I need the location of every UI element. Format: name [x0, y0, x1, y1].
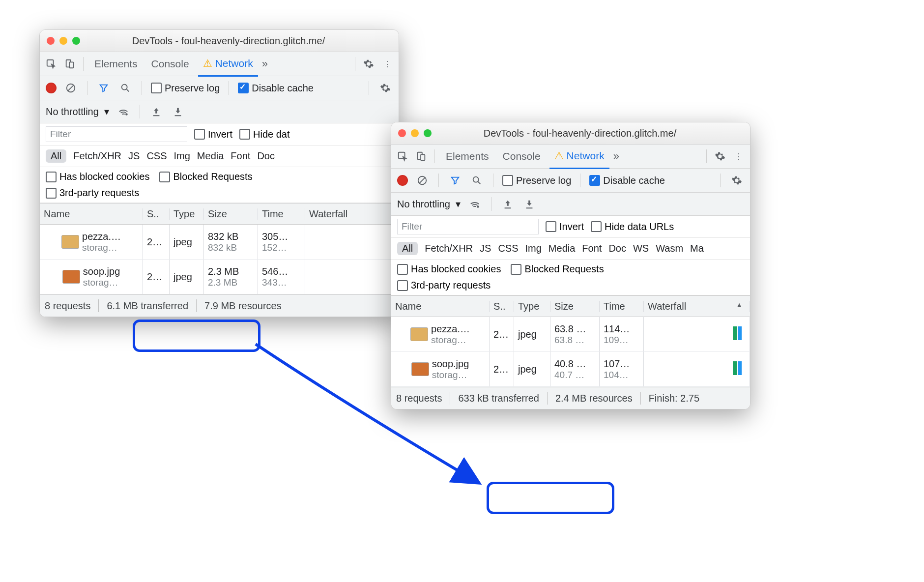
- col-waterfall[interactable]: Waterfall▲: [644, 301, 750, 312]
- filter-input[interactable]: Filter: [397, 219, 539, 234]
- col-time[interactable]: Time: [258, 208, 305, 220]
- tab-console[interactable]: Console: [498, 145, 546, 168]
- tab-network[interactable]: ⚠Network: [549, 144, 609, 169]
- filter-type-js[interactable]: JS: [480, 243, 491, 254]
- filter-type-all[interactable]: All: [397, 242, 418, 255]
- filter-type-font[interactable]: Font: [582, 243, 602, 254]
- upload-har-icon[interactable]: [149, 104, 164, 119]
- download-har-icon[interactable]: [171, 104, 185, 119]
- thumbnail-icon: [410, 327, 428, 341]
- kebab-menu-icon[interactable]: ⋮: [731, 149, 746, 164]
- tab-console[interactable]: Console: [146, 52, 194, 76]
- col-type[interactable]: Type: [514, 301, 550, 312]
- filter-type-img[interactable]: Img: [174, 150, 190, 162]
- close-window-button[interactable]: [47, 37, 55, 45]
- checkbox-icon: [46, 172, 57, 182]
- table-row[interactable]: pezza.…storag… 2… jpeg 832 kB832 kB 305……: [40, 225, 399, 260]
- search-icon[interactable]: [118, 81, 133, 95]
- minimize-window-button[interactable]: [411, 129, 419, 137]
- kebab-menu-icon[interactable]: ⋮: [380, 57, 395, 71]
- filter-type-media[interactable]: Media: [549, 243, 575, 254]
- filter-type-css[interactable]: CSS: [146, 150, 167, 162]
- throttling-select[interactable]: No throttling ▾: [397, 198, 461, 210]
- disable-cache-checkbox[interactable]: Disable cache: [589, 175, 665, 186]
- network-conditions-icon[interactable]: [116, 104, 131, 119]
- filter-type-manifest[interactable]: Ma: [690, 243, 704, 254]
- close-window-button[interactable]: [398, 129, 406, 137]
- col-waterfall[interactable]: Waterfall: [305, 208, 399, 220]
- preserve-log-checkbox[interactable]: Preserve log: [151, 83, 220, 94]
- table-row[interactable]: soop.jpgstorag… 2… jpeg 2.3 MB2.3 MB 546…: [40, 260, 399, 294]
- minimize-window-button[interactable]: [59, 37, 67, 45]
- blocked-requests-checkbox[interactable]: Blocked Requests: [511, 263, 604, 275]
- blocked-requests-checkbox[interactable]: Blocked Requests: [159, 171, 252, 182]
- settings-gear-icon[interactable]: [713, 149, 727, 164]
- third-party-checkbox[interactable]: 3rd-party requests: [46, 187, 139, 199]
- zoom-window-button[interactable]: [72, 37, 80, 45]
- device-toolbar-icon[interactable]: [414, 149, 429, 164]
- col-status[interactable]: S..: [490, 301, 514, 312]
- filter-funnel-icon[interactable]: [448, 173, 462, 188]
- invert-checkbox[interactable]: Invert: [546, 221, 584, 233]
- separator: [438, 174, 439, 187]
- download-har-icon[interactable]: [522, 197, 537, 211]
- filter-type-fetch[interactable]: Fetch/XHR: [425, 243, 473, 254]
- hide-data-urls-checkbox[interactable]: Hide dat: [239, 129, 290, 140]
- col-name[interactable]: Name: [391, 301, 490, 312]
- col-name[interactable]: Name: [40, 208, 143, 220]
- col-time[interactable]: Time: [600, 301, 644, 312]
- disable-cache-checkbox[interactable]: Disable cache: [238, 83, 314, 94]
- inspect-element-icon[interactable]: [395, 149, 410, 164]
- col-status[interactable]: S..: [143, 208, 170, 220]
- search-icon[interactable]: [469, 173, 484, 188]
- filter-type-wasm[interactable]: Wasm: [656, 243, 683, 254]
- record-button[interactable]: [397, 175, 408, 186]
- filter-funnel-icon[interactable]: [96, 81, 111, 95]
- upload-har-icon[interactable]: [500, 197, 515, 211]
- filter-type-ws[interactable]: WS: [633, 243, 649, 254]
- clear-icon[interactable]: [415, 173, 430, 188]
- col-size[interactable]: Size: [204, 208, 258, 220]
- filter-type-fetch[interactable]: Fetch/XHR: [73, 150, 121, 162]
- clear-icon[interactable]: [63, 81, 78, 95]
- filter-type-doc[interactable]: Doc: [257, 150, 275, 162]
- more-tabs-chevron-icon[interactable]: »: [613, 150, 619, 163]
- filter-input[interactable]: Filter: [46, 126, 187, 142]
- invert-label: Invert: [208, 129, 232, 140]
- invert-checkbox[interactable]: Invert: [194, 129, 232, 140]
- filter-type-img[interactable]: Img: [525, 243, 542, 254]
- svg-line-14: [478, 182, 481, 184]
- svg-line-4: [68, 85, 74, 91]
- record-button[interactable]: [46, 83, 57, 93]
- request-time: 114…: [604, 323, 639, 335]
- table-row[interactable]: soop.jpgstorag… 2… jpeg 40.8 …40.7 … 107…: [391, 352, 750, 387]
- filter-type-media[interactable]: Media: [197, 150, 224, 162]
- tab-elements[interactable]: Elements: [441, 145, 494, 168]
- zoom-window-button[interactable]: [424, 129, 432, 137]
- throttling-select[interactable]: No throttling ▾: [46, 106, 109, 117]
- filter-type-font[interactable]: Font: [231, 150, 250, 162]
- hide-data-urls-checkbox[interactable]: Hide data URLs: [591, 221, 674, 233]
- table-row[interactable]: pezza.…storag… 2… jpeg 63.8 …63.8 … 114……: [391, 317, 750, 352]
- request-size: 40.8 …: [554, 358, 595, 370]
- blocked-cookies-checkbox[interactable]: Has blocked cookies: [397, 263, 501, 275]
- filter-type-all[interactable]: All: [46, 149, 66, 163]
- third-party-checkbox[interactable]: 3rd-party requests: [397, 280, 491, 291]
- filter-type-doc[interactable]: Doc: [608, 243, 626, 254]
- col-size[interactable]: Size: [550, 301, 600, 312]
- col-type[interactable]: Type: [170, 208, 204, 220]
- blocked-cookies-checkbox[interactable]: Has blocked cookies: [46, 171, 149, 182]
- settings-gear-icon[interactable]: [361, 57, 376, 71]
- device-toolbar-icon[interactable]: [62, 57, 77, 71]
- waterfall-cell: [305, 225, 399, 259]
- network-conditions-icon[interactable]: [467, 197, 482, 211]
- preserve-log-checkbox[interactable]: Preserve log: [502, 175, 571, 186]
- network-settings-gear-icon[interactable]: [729, 173, 744, 188]
- filter-type-css[interactable]: CSS: [498, 243, 518, 254]
- filter-type-js[interactable]: JS: [128, 150, 140, 162]
- tab-elements[interactable]: Elements: [89, 52, 143, 76]
- network-settings-gear-icon[interactable]: [378, 81, 393, 95]
- tab-network[interactable]: ⚠ Network: [198, 52, 258, 77]
- more-tabs-chevron-icon[interactable]: »: [262, 58, 268, 70]
- inspect-element-icon[interactable]: [44, 57, 58, 71]
